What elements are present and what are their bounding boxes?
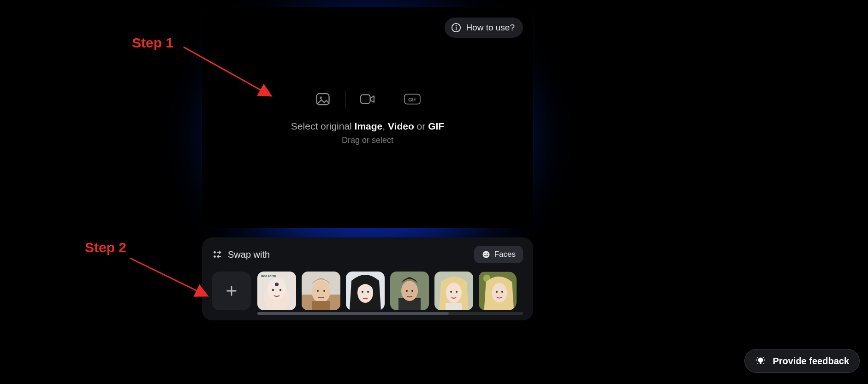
annotation-arrow-2 <box>126 254 214 301</box>
svg-rect-4 <box>456 27 457 30</box>
svg-text:adaTerm: adaTerm <box>261 274 276 278</box>
svg-point-49 <box>756 360 757 360</box>
face-thumbnail[interactable] <box>479 272 517 310</box>
svg-point-52 <box>763 357 764 358</box>
svg-point-45 <box>496 291 498 293</box>
divider <box>390 90 390 108</box>
upload-secondary-text: Drag or select <box>342 136 393 145</box>
svg-point-13 <box>484 253 485 254</box>
video-icon <box>359 91 376 107</box>
info-icon <box>451 23 461 33</box>
provide-feedback-button[interactable]: Provide feedback <box>744 349 860 373</box>
divider <box>345 90 345 108</box>
faces-button-label: Faces <box>494 250 516 259</box>
svg-rect-27 <box>312 301 330 310</box>
svg-point-25 <box>317 290 319 292</box>
face-thumbnail[interactable]: adaTerm <box>257 272 296 310</box>
svg-point-24 <box>312 281 330 303</box>
face-smile-icon <box>482 250 491 259</box>
svg-point-50 <box>764 360 765 360</box>
svg-rect-7 <box>361 95 370 103</box>
upload-drop-area[interactable]: How to use? GIF <box>202 7 533 228</box>
face-thumbnail[interactable] <box>434 272 473 310</box>
provide-feedback-label: Provide feedback <box>773 356 849 366</box>
face-thumbnail-strip[interactable]: adaTerm <box>257 272 523 315</box>
svg-point-46 <box>501 291 503 293</box>
face-thumbnail[interactable] <box>390 272 429 310</box>
svg-point-34 <box>401 281 418 301</box>
svg-point-19 <box>275 283 279 286</box>
annotation-step-1: Step 1 <box>132 35 173 51</box>
svg-point-38 <box>446 283 462 303</box>
swap-icon <box>212 249 222 260</box>
svg-text:GIF: GIF <box>408 97 416 102</box>
swap-title: Swap with <box>228 249 270 260</box>
svg-line-1 <box>130 258 208 296</box>
svg-point-47 <box>758 358 763 363</box>
svg-point-6 <box>320 97 322 99</box>
svg-point-40 <box>456 291 458 293</box>
svg-point-21 <box>279 289 281 291</box>
svg-rect-41 <box>446 303 462 310</box>
svg-point-39 <box>450 291 452 293</box>
scrollbar-thumb[interactable] <box>257 312 449 315</box>
svg-point-54 <box>763 363 764 364</box>
add-face-button[interactable] <box>212 272 251 310</box>
svg-point-53 <box>757 363 758 364</box>
annotation-step-2: Step 2 <box>85 240 126 255</box>
horizontal-scrollbar[interactable] <box>257 312 523 315</box>
svg-point-3 <box>456 25 457 27</box>
svg-point-36 <box>411 290 413 292</box>
faces-button[interactable]: Faces <box>474 246 523 263</box>
svg-point-51 <box>757 357 758 358</box>
image-icon <box>315 91 331 107</box>
svg-point-44 <box>492 283 507 302</box>
svg-point-31 <box>367 291 369 293</box>
gif-icon: GIF <box>404 91 421 107</box>
svg-point-30 <box>362 291 363 293</box>
how-to-use-button[interactable]: How to use? <box>445 18 523 38</box>
swap-panel: Swap with Faces <box>202 237 533 320</box>
svg-point-10 <box>214 251 216 254</box>
plus-icon <box>225 284 238 297</box>
svg-point-12 <box>482 251 489 258</box>
file-type-icon-row: GIF <box>315 90 421 108</box>
svg-rect-48 <box>760 362 761 364</box>
how-to-use-label: How to use? <box>466 23 515 33</box>
svg-point-11 <box>214 255 216 258</box>
svg-point-20 <box>272 289 274 291</box>
svg-point-35 <box>406 290 408 292</box>
svg-point-26 <box>323 290 325 292</box>
lightbulb-icon <box>755 355 766 366</box>
svg-point-14 <box>487 253 488 254</box>
face-thumbnail[interactable] <box>346 272 385 310</box>
face-thumbnail[interactable] <box>302 272 340 310</box>
upload-primary-text: Select original Image, Video or GIF <box>291 121 444 132</box>
